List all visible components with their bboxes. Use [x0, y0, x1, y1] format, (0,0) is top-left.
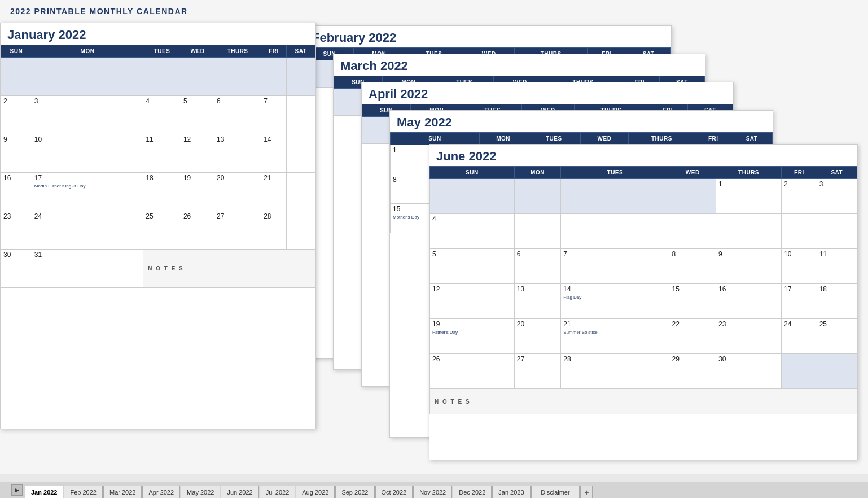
tab-nav-left[interactable]: ▶ — [11, 484, 23, 496]
page-title: 2022 PRINTABLE MONTHLY CALENDAR — [10, 7, 188, 16]
mar-title: March 2022 — [334, 54, 705, 76]
tab-nov-2022[interactable]: Nov 2022 — [413, 486, 452, 498]
tab-apr-2022[interactable]: Apr 2022 — [142, 486, 180, 498]
feb-title: February 2022 — [305, 26, 671, 47]
tab-add-button[interactable]: + — [580, 486, 593, 498]
jun-notes: N O T E S — [430, 389, 857, 414]
main-area: 2022 PRINTABLE MONTHLY CALENDAR February… — [0, 0, 868, 474]
june-calendar: June 2022 SUN MON TUES WED THURS FRI SAT — [429, 144, 858, 460]
tab-mar-2022[interactable]: Mar 2022 — [103, 486, 142, 498]
january-calendar: January 2022 SUN MON TUES WED THURS FRI … — [0, 23, 316, 429]
tab-jul-2022[interactable]: Jul 2022 — [260, 486, 296, 498]
tab-disclaimer[interactable]: - Disclaimer - — [531, 486, 580, 498]
tab-jun-2022[interactable]: Jun 2022 — [221, 486, 258, 498]
apr-title: April 2022 — [362, 82, 733, 104]
tab-aug-2022[interactable]: Aug 2022 — [296, 486, 335, 498]
tab-jan-2023[interactable]: Jan 2023 — [492, 486, 530, 498]
tab-dec-2022[interactable]: Dec 2022 — [453, 486, 492, 498]
tab-feb-2022[interactable]: Feb 2022 — [64, 486, 102, 498]
tab-oct-2022[interactable]: Oct 2022 — [375, 486, 413, 498]
may-title: May 2022 — [390, 111, 773, 132]
jan-title: January 2022 — [1, 23, 315, 45]
tab-bar: ▶ Jan 2022 Feb 2022 Mar 2022 Apr 2022 Ma… — [0, 482, 868, 498]
jan-notes: N O T E S — [143, 250, 315, 288]
tab-sep-2022[interactable]: Sep 2022 — [335, 486, 374, 498]
tab-may-2022[interactable]: May 2022 — [181, 486, 220, 498]
jun-title: June 2022 — [429, 145, 857, 166]
tab-jan-2022[interactable]: Jan 2022 — [25, 486, 63, 498]
